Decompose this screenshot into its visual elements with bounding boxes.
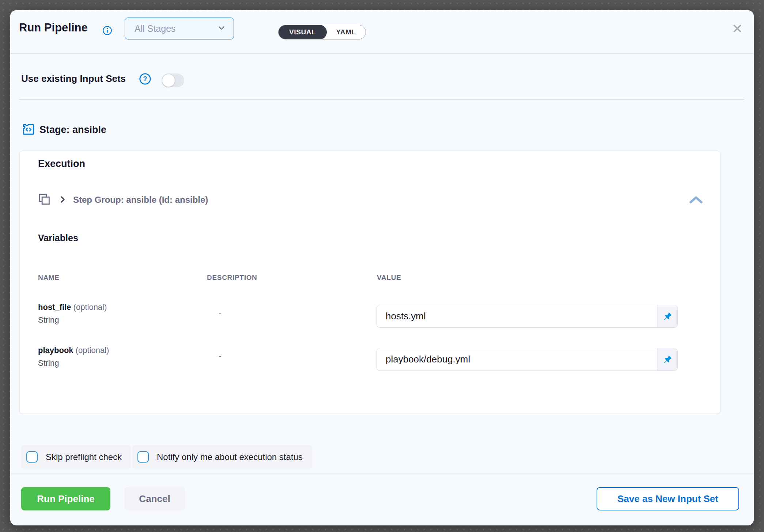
variable-value-group <box>377 348 678 371</box>
save-as-new-input-set-button[interactable]: Save as New Input Set <box>597 487 739 510</box>
chevron-down-icon <box>217 23 226 34</box>
variable-name: host_file <box>38 303 71 312</box>
variable-value-input[interactable] <box>377 348 657 370</box>
footer-divider <box>10 474 754 474</box>
toggle-knob <box>162 74 175 87</box>
variable-optional-tag: (optional) <box>76 346 109 355</box>
table-row-name: host_file (optional) String <box>38 302 107 325</box>
column-header-description: DESCRIPTION <box>207 274 257 282</box>
column-header-value: VALUE <box>377 274 401 282</box>
variable-name: playbook <box>38 346 73 355</box>
page-title: Run Pipeline <box>19 20 88 36</box>
variables-title: Variables <box>38 233 78 243</box>
variable-type: String <box>38 358 109 368</box>
run-pipeline-button[interactable]: Run Pipeline <box>21 487 110 510</box>
skip-preflight-checkbox[interactable] <box>26 451 38 463</box>
notify-me-checkbox[interactable] <box>137 451 149 463</box>
stages-select[interactable]: All Stages <box>125 18 234 39</box>
chevron-up-icon[interactable] <box>687 192 705 208</box>
chevron-right-icon[interactable] <box>58 195 67 204</box>
variable-value-group <box>377 305 678 328</box>
svg-text:?: ? <box>143 75 147 83</box>
info-icon[interactable] <box>102 26 112 35</box>
stage-icon <box>21 122 36 137</box>
stages-select-value: All Stages <box>135 23 176 34</box>
variable-value-input[interactable] <box>377 305 657 327</box>
column-header-name: NAME <box>38 274 60 282</box>
use-existing-input-sets-label: Use existing Input Sets <box>21 73 126 84</box>
header-divider <box>10 53 754 54</box>
input-sets-toggle[interactable] <box>162 73 184 87</box>
pin-icon[interactable] <box>657 348 677 370</box>
cancel-button[interactable]: Cancel <box>124 487 185 510</box>
variable-optional-tag: (optional) <box>73 303 107 312</box>
step-group-label: Step Group: ansible (Id: ansible) <box>73 195 208 205</box>
visual-yaml-toggle: VISUAL YAML <box>278 25 366 39</box>
skip-preflight-option[interactable]: Skip preflight check <box>21 445 131 469</box>
variable-type: String <box>38 315 107 325</box>
stage-label: Stage: ansible <box>39 124 106 136</box>
notify-me-option[interactable]: Notify only me about execution status <box>132 445 312 469</box>
skip-preflight-label: Skip preflight check <box>46 452 122 462</box>
execution-title: Execution <box>38 158 85 170</box>
variable-description: - <box>219 350 222 361</box>
notify-me-label: Notify only me about execution status <box>157 452 303 462</box>
step-group-icon <box>37 192 52 207</box>
pin-icon[interactable] <box>657 305 677 327</box>
run-pipeline-modal: Run Pipeline All Stages VISUAL YAML Use … <box>10 10 754 525</box>
tab-visual[interactable]: VISUAL <box>278 25 327 39</box>
tab-yaml[interactable]: YAML <box>326 25 365 39</box>
close-icon[interactable] <box>730 21 745 37</box>
help-icon[interactable]: ? <box>139 73 151 85</box>
execution-card: Execution Step Group: ansible (Id: ansib… <box>19 151 720 414</box>
section-divider <box>19 99 744 100</box>
table-row-name: playbook (optional) String <box>38 345 109 368</box>
variable-description: - <box>219 307 222 318</box>
